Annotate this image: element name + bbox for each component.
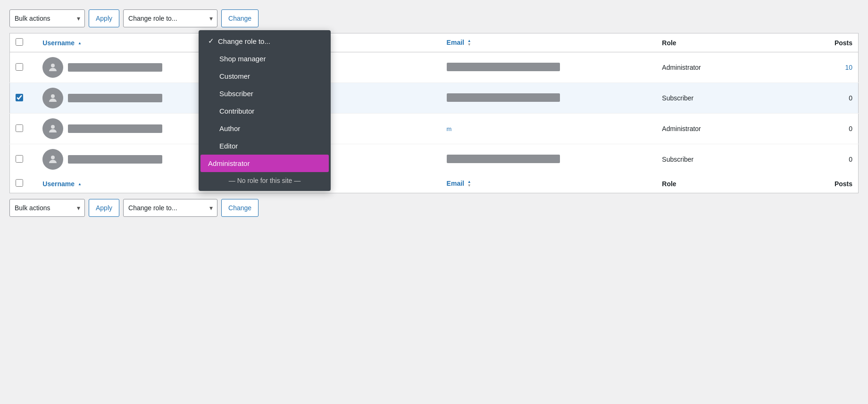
dropdown-item-administrator[interactable]: Administrator <box>200 155 329 172</box>
svg-point-2 <box>51 125 55 129</box>
dropdown-item-label: Author <box>219 124 240 132</box>
row-checkbox-cell <box>10 114 37 144</box>
table-row: Subscriber 0 <box>10 83 859 114</box>
change-role-select-top[interactable]: Change role to... <box>123 9 217 27</box>
user-cell <box>42 88 220 108</box>
role-cell: Subscriber <box>656 144 791 175</box>
email-blurred <box>447 63 560 71</box>
email-sort-arrows-footer: ▲ ▼ <box>467 180 471 188</box>
row-checkbox[interactable] <box>16 124 23 132</box>
role-column-footer: Role <box>656 174 791 193</box>
posts-link[interactable]: 10 <box>845 64 852 71</box>
table-row: Administrator 10 <box>10 52 859 83</box>
email-cell <box>441 144 657 175</box>
apply-button-bottom[interactable]: Apply <box>89 199 119 217</box>
user-cell <box>42 149 220 170</box>
email-blurred <box>447 93 560 102</box>
change-role-select-bottom[interactable]: Change role to... Shop manager Customer … <box>123 199 217 217</box>
svg-point-1 <box>51 94 55 98</box>
apply-button-top[interactable]: Apply <box>89 9 119 27</box>
email-cell <box>441 52 657 83</box>
select-all-checkbox[interactable] <box>16 38 23 46</box>
posts-cell: 0 <box>791 114 859 144</box>
username-cell <box>37 83 225 114</box>
email-column-footer[interactable]: Email ▲ ▼ <box>441 174 657 193</box>
dropdown-item-editor[interactable]: Editor <box>199 137 331 155</box>
posts-cell: 10 <box>791 52 859 83</box>
email-blurred <box>447 155 560 163</box>
sort-up-icon: ▲ <box>78 41 82 45</box>
dropdown-item-label: Customer <box>219 72 250 80</box>
dropdown-item-change-role[interactable]: Change role to... <box>199 32 331 50</box>
bulk-actions-wrapper-top: Bulk actions Delete ▾ <box>9 9 85 27</box>
dropdown-item-label: Change role to... <box>218 37 270 45</box>
svg-point-3 <box>51 156 55 159</box>
avatar <box>42 118 63 139</box>
dropdown-item-label: Shop manager <box>219 55 266 63</box>
table-row: m Administrator 0 <box>10 114 859 144</box>
bulk-actions-select-bottom[interactable]: Bulk actions Delete <box>9 199 85 217</box>
username-column-footer[interactable]: Username ▲ <box>37 174 225 193</box>
row-checkbox[interactable] <box>16 63 23 71</box>
users-table: Username ▲ Name Email ▲ ▼ Role Posts <box>9 33 859 193</box>
username-cell <box>37 52 225 83</box>
avatar <box>42 57 63 78</box>
sort-up-icon: ▲ <box>78 182 82 186</box>
dropdown-item-subscriber[interactable]: Subscriber <box>199 85 331 102</box>
table-header-row: Username ▲ Name Email ▲ ▼ Role Posts <box>10 33 859 52</box>
role-cell: Administrator <box>656 114 791 144</box>
avatar <box>42 88 63 108</box>
bottom-toolbar: Bulk actions Delete ▾ Apply Change role … <box>9 199 859 217</box>
role-dropdown-menu: Change role to... Shop manager Customer … <box>199 30 331 191</box>
username-column-header[interactable]: Username ▲ <box>37 33 225 52</box>
table-row: — Subscriber 0 <box>10 144 859 175</box>
top-toolbar: Bulk actions Delete ▾ Apply Change role … <box>9 9 859 27</box>
dropdown-item-label: Contributor <box>219 107 254 115</box>
username-blurred <box>68 124 162 133</box>
row-checkbox-cell <box>10 144 37 175</box>
email-link[interactable]: m <box>447 125 452 132</box>
dropdown-item-label: Subscriber <box>219 90 253 98</box>
posts-column-header: Posts <box>791 33 859 52</box>
dropdown-item-contributor[interactable]: Contributor <box>199 102 331 120</box>
sort-down-icon: ▼ <box>467 43 471 47</box>
email-column-header[interactable]: Email ▲ ▼ <box>441 33 657 52</box>
svg-point-0 <box>51 64 55 67</box>
row-checkbox-cell <box>10 52 37 83</box>
bulk-actions-wrapper-bottom: Bulk actions Delete ▾ <box>9 199 85 217</box>
sort-down-icon: ▼ <box>467 184 471 188</box>
change-button-top[interactable]: Change <box>221 9 259 27</box>
avatar <box>42 149 63 170</box>
dropdown-item-author[interactable]: Author <box>199 120 331 137</box>
bulk-actions-select-top[interactable]: Bulk actions Delete <box>9 9 85 27</box>
row-checkbox-cell <box>10 83 37 114</box>
table-footer-row: Username ▲ Name Email ▲ ▼ Role Posts <box>10 174 859 193</box>
change-role-wrapper-top: Change role to... ▾ <box>123 9 217 27</box>
change-role-wrapper-bottom: Change role to... Shop manager Customer … <box>123 199 217 217</box>
username-blurred <box>68 94 162 102</box>
username-cell <box>37 114 225 144</box>
posts-column-footer: Posts <box>791 174 859 193</box>
posts-cell: 0 <box>791 144 859 175</box>
email-cell: m <box>441 114 657 144</box>
username-sort-arrows: ▲ <box>78 41 82 45</box>
select-all-footer <box>10 174 37 193</box>
username-cell <box>37 144 225 175</box>
username-blurred <box>68 155 162 164</box>
row-checkbox[interactable] <box>16 94 23 101</box>
role-cell: Subscriber <box>656 83 791 114</box>
email-cell <box>441 83 657 114</box>
posts-cell: 0 <box>791 83 859 114</box>
dropdown-item-shop-manager[interactable]: Shop manager <box>199 50 331 67</box>
username-blurred <box>68 63 162 72</box>
email-sort-arrows: ▲ ▼ <box>467 39 471 47</box>
dropdown-item-label: Editor <box>219 142 238 150</box>
select-all-checkbox-footer[interactable] <box>16 179 23 187</box>
role-column-header: Role <box>656 33 791 52</box>
dropdown-item-customer[interactable]: Customer <box>199 67 331 85</box>
change-button-bottom[interactable]: Change <box>221 199 259 217</box>
row-checkbox[interactable] <box>16 155 23 163</box>
dropdown-item-no-role[interactable]: — No role for this site — <box>199 172 331 189</box>
user-cell <box>42 118 220 139</box>
role-select-container-top: Change role to... ▾ Change role to... Sh… <box>123 9 217 27</box>
